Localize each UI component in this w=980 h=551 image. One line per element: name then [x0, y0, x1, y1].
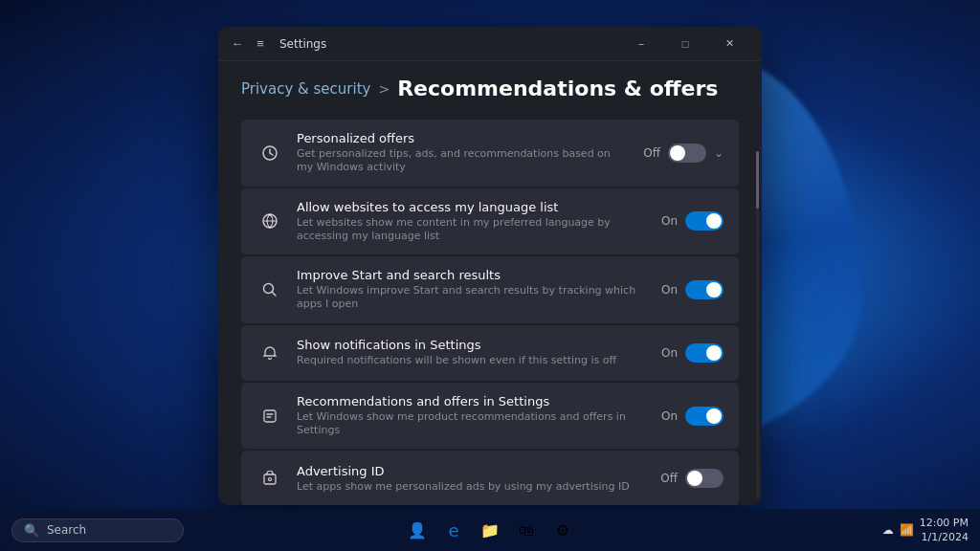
item-icon-recommendations-settings	[256, 403, 283, 430]
settings-item-notifications-settings[interactable]: Show notifications in Settings Required …	[241, 325, 739, 381]
toggle-label-recommendations-settings: On	[661, 409, 678, 423]
back-button[interactable]: ←	[230, 36, 245, 52]
close-button[interactable]: ✕	[708, 27, 750, 61]
taskbar-date-display: 1/1/2024	[920, 530, 969, 544]
minimize-button[interactable]: −	[620, 27, 662, 61]
item-desc-advertising-id: Let apps show me personalized ads by usi…	[297, 480, 647, 494]
maximize-button[interactable]: □	[664, 27, 706, 61]
svg-rect-3	[264, 410, 276, 422]
taskbar-search[interactable]: 🔍 Search	[11, 518, 184, 542]
settings-item-advertising-id[interactable]: Advertising ID Let apps show me personal…	[241, 451, 739, 505]
item-text-notifications-settings: Show notifications in Settings Required …	[297, 338, 648, 367]
item-title-personalized-offers: Personalized offers	[297, 131, 630, 145]
item-control-notifications-settings: On	[661, 343, 724, 363]
breadcrumb: Privacy & security > Recommendations & o…	[241, 77, 739, 100]
toggle-improve-search[interactable]	[685, 280, 724, 299]
window-title: Settings	[279, 37, 326, 51]
titlebar: ← ≡ Settings − □ ✕	[218, 27, 762, 61]
item-desc-personalized-offers: Get personalized tips, ads, and recommen…	[297, 147, 630, 175]
item-control-personalized-offers: Off ⌄	[643, 143, 724, 163]
breadcrumb-parent[interactable]: Privacy & security	[241, 80, 370, 98]
item-text-advertising-id: Advertising ID Let apps show me personal…	[297, 464, 647, 494]
chevron-icon-personalized-offers[interactable]: ⌄	[714, 146, 724, 160]
breadcrumb-separator: >	[378, 81, 390, 97]
toggle-label-improve-search: On	[661, 283, 678, 297]
taskbar-right: ☁ 📶 12:00 PM 1/1/2024	[882, 516, 969, 545]
toggle-advertising-id[interactable]	[685, 469, 724, 488]
toggle-recommendations-settings[interactable]	[685, 407, 724, 426]
item-control-language-list: On	[661, 211, 724, 231]
toggle-label-advertising-id: Off	[660, 472, 678, 485]
toggle-personalized-offers[interactable]	[668, 143, 706, 163]
settings-list: Personalized offers Get personalized tip…	[241, 120, 739, 505]
taskbar: 🔍 Search 👤 e 📁 🛍 ⚙️ ☁ 📶 12:00 PM 1/1/202…	[0, 509, 980, 551]
settings-item-recommendations-settings[interactable]: Recommendations and offers in Settings L…	[241, 383, 739, 450]
settings-window: ← ≡ Settings − □ ✕ Privacy & security > …	[218, 27, 762, 505]
item-control-improve-search: On	[661, 280, 724, 299]
svg-point-5	[269, 478, 272, 481]
item-icon-personalized-offers	[256, 140, 283, 166]
item-control-recommendations-settings: On	[661, 407, 724, 426]
svg-rect-4	[264, 474, 276, 484]
scrollbar-track[interactable]	[756, 151, 759, 497]
breadcrumb-current: Recommendations & offers	[397, 77, 718, 100]
taskbar-center: 👤 e 📁 🛍 ⚙️	[402, 515, 578, 545]
item-control-advertising-id: Off	[660, 469, 724, 488]
item-icon-improve-search	[256, 276, 283, 303]
taskbar-left: 🔍 Search	[11, 518, 184, 542]
search-label: Search	[47, 523, 86, 537]
titlebar-left: ← ≡ Settings	[230, 36, 326, 52]
item-title-notifications-settings: Show notifications in Settings	[297, 338, 648, 352]
toggle-label-notifications-settings: On	[661, 346, 678, 360]
toggle-label-personalized-offers: Off	[643, 146, 660, 160]
toggle-language-list[interactable]	[685, 211, 724, 231]
item-desc-improve-search: Let Windows improve Start and search res…	[297, 284, 648, 312]
taskbar-user-icon[interactable]: 👤	[402, 515, 433, 545]
item-title-advertising-id: Advertising ID	[297, 464, 647, 478]
content-area: Privacy & security > Recommendations & o…	[218, 61, 762, 505]
taskbar-edge-icon[interactable]: e	[438, 515, 469, 545]
toggle-label-language-list: On	[661, 214, 678, 228]
taskbar-store-icon[interactable]: 🛍	[511, 515, 542, 545]
titlebar-controls: − □ ✕	[620, 27, 750, 61]
item-text-recommendations-settings: Recommendations and offers in Settings L…	[297, 394, 648, 438]
taskbar-settings-icon[interactable]: ⚙️	[547, 515, 578, 545]
search-icon: 🔍	[24, 523, 39, 538]
item-desc-notifications-settings: Required notifications will be shown eve…	[297, 354, 648, 367]
item-title-improve-search: Improve Start and search results	[297, 268, 648, 282]
item-title-language-list: Allow websites to access my language lis…	[297, 200, 648, 214]
item-icon-notifications-settings	[256, 340, 283, 366]
taskbar-time-display: 12:00 PM	[920, 516, 969, 530]
menu-button[interactable]: ≡	[253, 36, 268, 52]
item-text-improve-search: Improve Start and search results Let Win…	[297, 268, 648, 312]
scrollbar-thumb[interactable]	[756, 151, 759, 209]
settings-item-language-list[interactable]: Allow websites to access my language lis…	[241, 188, 739, 255]
settings-item-improve-search[interactable]: Improve Start and search results Let Win…	[241, 256, 739, 323]
taskbar-cloud-icon: ☁	[882, 523, 894, 537]
item-desc-recommendations-settings: Let Windows show me product recommendati…	[297, 410, 648, 438]
item-text-personalized-offers: Personalized offers Get personalized tip…	[297, 131, 630, 175]
taskbar-clock[interactable]: 12:00 PM 1/1/2024	[920, 516, 969, 545]
taskbar-explorer-icon[interactable]: 📁	[475, 515, 505, 545]
item-icon-language-list	[256, 208, 283, 234]
item-desc-language-list: Let websites show me content in my prefe…	[297, 216, 648, 244]
settings-item-personalized-offers[interactable]: Personalized offers Get personalized tip…	[241, 120, 739, 187]
item-text-language-list: Allow websites to access my language lis…	[297, 200, 648, 244]
toggle-notifications-settings[interactable]	[685, 343, 724, 363]
item-icon-advertising-id	[256, 465, 283, 492]
taskbar-network-icon: 📶	[900, 523, 914, 537]
item-title-recommendations-settings: Recommendations and offers in Settings	[297, 394, 648, 408]
